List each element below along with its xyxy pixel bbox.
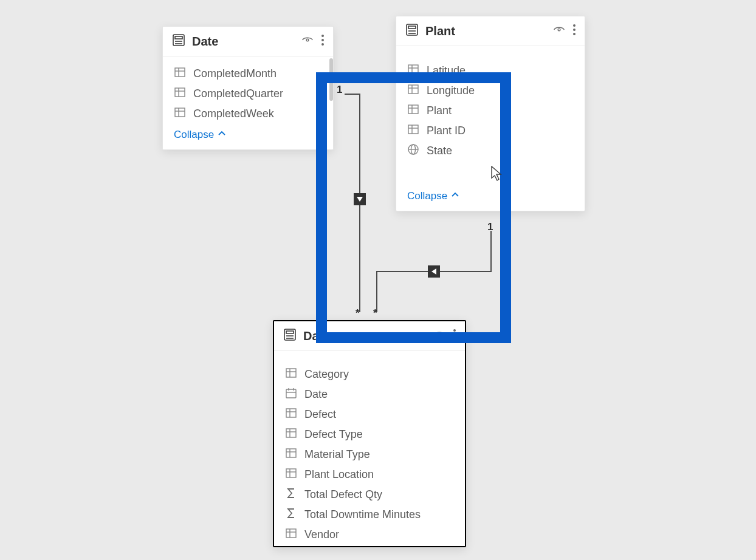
- field-label: Total Downtime Minutes: [304, 508, 421, 521]
- field-label: Vendor: [304, 528, 339, 541]
- field-label: Category: [304, 368, 349, 381]
- svg-rect-63: [286, 449, 296, 457]
- svg-point-25: [573, 29, 576, 31]
- svg-point-7: [321, 35, 324, 37]
- svg-rect-60: [286, 429, 296, 437]
- annotation-highlight-box: [316, 72, 511, 343]
- field-label: CompletedWeek: [193, 108, 274, 120]
- column-icon: [285, 447, 297, 462]
- field-list: Category Date Defect Defect Type Materia…: [274, 351, 465, 546]
- card-header: Plant: [396, 16, 585, 46]
- field-label: CompletedQuarter: [193, 87, 283, 100]
- table-card-data[interactable]: Data Category Date Defect: [273, 320, 466, 547]
- sigma-icon: [285, 507, 297, 522]
- svg-rect-53: [286, 389, 296, 398]
- svg-rect-3: [175, 36, 182, 39]
- svg-point-23: [558, 29, 560, 31]
- field-list: CompletedMonth CompletedQuarter Complete…: [163, 56, 333, 125]
- table-card-date[interactable]: Date CompletedMonth CompletedQuarter: [162, 26, 334, 150]
- table-icon: [171, 33, 186, 50]
- field-row[interactable]: Plant Location: [285, 467, 454, 482]
- column-icon: [174, 86, 186, 101]
- field-row[interactable]: Vendor: [285, 527, 454, 542]
- more-options-icon[interactable]: [321, 34, 325, 49]
- field-label: Defect: [304, 408, 336, 421]
- column-icon: [174, 66, 186, 81]
- svg-rect-50: [286, 369, 296, 377]
- field-label: Total Defect Qty: [304, 488, 382, 501]
- card-header: Date: [163, 27, 333, 56]
- svg-rect-10: [175, 68, 185, 77]
- field-label: CompletedMonth: [193, 67, 277, 80]
- field-row[interactable]: Total Downtime Minutes: [285, 507, 454, 522]
- sigma-icon: [285, 487, 297, 502]
- field-row[interactable]: Total Defect Qty: [285, 487, 454, 502]
- column-icon: [174, 106, 186, 121]
- toggle-visibility-icon[interactable]: [301, 34, 314, 49]
- chevron-up-icon: [218, 129, 226, 141]
- svg-rect-43: [286, 331, 294, 333]
- svg-rect-66: [286, 469, 296, 477]
- collapse-label: Collapse: [174, 129, 214, 141]
- svg-rect-13: [175, 88, 185, 97]
- field-row[interactable]: CompletedQuarter: [174, 86, 322, 101]
- model-canvas[interactable]: 1 * 1 * Date: [0, 0, 756, 560]
- svg-rect-20: [408, 26, 416, 29]
- svg-point-6: [306, 39, 309, 41]
- field-label: Date: [304, 388, 328, 401]
- svg-point-24: [573, 24, 576, 27]
- toggle-visibility-icon[interactable]: [553, 24, 565, 38]
- column-icon: [285, 367, 297, 382]
- field-label: Defect Type: [304, 428, 363, 441]
- svg-point-9: [321, 43, 324, 46]
- svg-point-8: [321, 39, 324, 41]
- table-icon: [405, 22, 419, 39]
- field-row[interactable]: Material Type: [285, 447, 454, 462]
- svg-rect-16: [175, 108, 185, 117]
- field-row[interactable]: Category: [285, 367, 454, 382]
- column-icon: [285, 527, 297, 542]
- column-icon: [285, 407, 297, 422]
- card-title: Plant: [425, 24, 547, 38]
- more-options-icon[interactable]: [572, 24, 576, 38]
- field-label: Material Type: [304, 448, 370, 461]
- collapse-button[interactable]: Collapse: [163, 125, 333, 149]
- card-title: Date: [192, 35, 295, 49]
- svg-rect-57: [286, 409, 296, 417]
- column-icon: [285, 467, 297, 482]
- field-row[interactable]: Defect Type: [285, 427, 454, 442]
- svg-rect-69: [286, 529, 296, 538]
- table-icon: [283, 327, 297, 344]
- field-row[interactable]: Date: [285, 387, 454, 402]
- field-row[interactable]: CompletedMonth: [174, 66, 322, 81]
- field-row[interactable]: Defect: [285, 407, 454, 422]
- field-label: Plant Location: [304, 468, 374, 481]
- field-row[interactable]: CompletedWeek: [174, 106, 322, 121]
- svg-point-26: [573, 33, 576, 35]
- calendar-icon: [285, 387, 297, 402]
- column-icon: [285, 427, 297, 442]
